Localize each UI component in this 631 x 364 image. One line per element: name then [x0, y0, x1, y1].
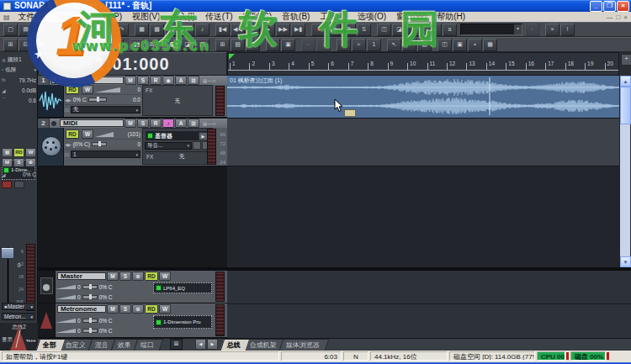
pan-slider[interactable]	[92, 142, 107, 146]
menu-transport[interactable]: 传送(T)	[200, 11, 238, 23]
collapse-tabs-button[interactable]: ⊠	[170, 339, 183, 350]
track-2-header[interactable]: 2 MIDI M S R ♪ A ⊞ ▤ — □	[38, 119, 227, 128]
tab-scroll-right-button[interactable]: ▶	[207, 339, 218, 350]
freeze-button[interactable]: ⊞	[188, 119, 199, 128]
write-button[interactable]: W	[82, 85, 93, 94]
pattern-button[interactable]: ⊞	[145, 39, 159, 51]
views-piano-roll-button[interactable]: ▨	[165, 24, 179, 36]
erase-tool-button[interactable]: ▨	[417, 39, 432, 51]
marker-combo[interactable]: ▾	[460, 24, 522, 35]
normal-view-button[interactable]: 1	[367, 39, 381, 51]
record-arm-button[interactable]: R	[150, 76, 162, 85]
show-control[interactable]: 显示 ▾▸▸▸	[2, 335, 36, 344]
views-event-list-button[interactable]: ≡	[180, 24, 194, 36]
eq-q-value[interactable]: ⌒ 0.6	[2, 96, 36, 104]
read-automation-button[interactable]: RD	[13, 148, 24, 156]
record-arm-button[interactable]: R	[150, 119, 162, 128]
write-button[interactable]: W	[82, 129, 93, 139]
console-tab-4[interactable]: 端口	[134, 339, 164, 351]
mute-button[interactable]: M	[125, 76, 136, 85]
group-button[interactable]: ▫	[301, 39, 316, 51]
metronome-button[interactable]: △	[49, 39, 63, 51]
zoom-in-timeline-button[interactable]: +	[621, 54, 631, 66]
bus-name-field[interactable]: Master	[57, 272, 106, 280]
automation-button[interactable]: A	[175, 76, 187, 85]
eq-gain-value[interactable]: ◢ 0.0dB	[2, 86, 36, 94]
pan-slider[interactable]	[82, 319, 98, 323]
views-staff-button[interactable]: ♪	[195, 24, 209, 36]
step-record-button[interactable]: B	[342, 24, 356, 36]
mini-minimize-icon[interactable]: —	[208, 121, 212, 126]
mini-minimize-icon[interactable]: —	[208, 78, 212, 83]
read-button[interactable]: RD	[145, 304, 158, 314]
sync-button[interactable]: S	[357, 24, 371, 36]
mute-button[interactable]: M	[125, 119, 136, 128]
scroll-down-icon[interactable]: ▼	[620, 256, 631, 267]
track-synth-bin[interactable]: 基音器 ▶ 导音... ▾ FX 无	[142, 128, 213, 165]
bus-name-field[interactable]: Metronome	[57, 305, 106, 313]
automation-write-button[interactable]: ◪	[109, 39, 124, 51]
solo-button[interactable]: S	[137, 76, 149, 85]
timeline-ruler[interactable]: 123456789101112131415161718192021	[227, 52, 619, 76]
input-monitor-box[interactable]	[14, 181, 24, 188]
solo-button[interactable]: S	[119, 272, 131, 281]
write-button[interactable]: W	[159, 272, 171, 281]
menu-edit[interactable]: 编辑(E)	[50, 11, 88, 23]
mini-restore-icon[interactable]: ▤	[203, 78, 207, 83]
mini-restore-icon[interactable]: ▤	[203, 121, 207, 126]
draw-tool-button[interactable]: ✎	[402, 39, 416, 51]
restore-button[interactable]: ❐	[603, 1, 616, 12]
views-console-button[interactable]: ▩	[150, 24, 164, 36]
views-track-button[interactable]: ▦	[135, 24, 149, 36]
child-restore-button[interactable]: □	[616, 13, 620, 21]
pan-slider[interactable]	[82, 329, 98, 333]
bank-prev-button[interactable]	[193, 141, 201, 150]
eq-band-select[interactable]: ≋ 频段1 ▾	[2, 55, 36, 64]
console-tab-0[interactable]: 全部	[36, 339, 66, 351]
fit-tracks-button[interactable]: ▤	[246, 39, 260, 51]
vertical-scrollbar[interactable]: ▲ ▼	[619, 76, 630, 267]
output-primary-select[interactable]: ● Master ▾	[2, 303, 35, 310]
volume-slider[interactable]	[56, 329, 76, 333]
output-secondary-select[interactable]: Metron... ▾	[2, 313, 35, 320]
menu-options[interactable]: 选项(O)	[353, 11, 391, 23]
record-indicator[interactable]	[2, 181, 12, 188]
clip-view-options-button[interactable]: ◪▾	[180, 39, 194, 51]
redo-button[interactable]: ↷	[114, 24, 129, 36]
solo-button[interactable]: S	[137, 119, 149, 128]
ungroup-button[interactable]: ▫	[316, 39, 331, 51]
bus-metronome[interactable]: Metronome M S ⊕ RD W 0 0% C 0 0% C	[38, 303, 227, 338]
track-name-field[interactable]: Audio	[51, 76, 124, 84]
clips-pane[interactable]: 01 枫桥夜泊江南 (1)	[227, 76, 619, 267]
inspector-pan[interactable]: ◢ 0% C	[2, 170, 36, 178]
track-number[interactable]: 1	[38, 76, 50, 85]
input-echo-button[interactable]: ◉	[162, 76, 174, 85]
link-button[interactable]: ⊕	[25, 158, 36, 166]
menu-insert[interactable]: 插入(I)	[165, 11, 199, 23]
solo-button[interactable]: S	[119, 304, 131, 314]
plugin-enabled-led[interactable]	[156, 319, 162, 325]
lane-view-button[interactable]: ▥▾	[195, 39, 209, 51]
loop-set-button[interactable]: ◪	[392, 24, 406, 36]
fader-thumb[interactable]	[1, 247, 14, 259]
fast-forward-button[interactable]: ▶▶	[276, 24, 290, 36]
undo-button[interactable]: ↶	[99, 24, 114, 36]
eq-type-select[interactable]: ▫ 低限 ▾	[2, 66, 36, 74]
automation-read-button[interactable]: ◩	[94, 39, 109, 51]
layer-button[interactable]: ≈	[352, 39, 366, 51]
zoom-tool-button[interactable]: ▣	[453, 39, 467, 51]
open-file-button[interactable]: ▤	[19, 24, 33, 36]
input-select[interactable]: 无 ▾	[71, 106, 141, 113]
menu-process[interactable]: 处理(P)	[89, 11, 127, 23]
volume-slider[interactable]	[56, 319, 76, 323]
pause-button[interactable]: ▮▮	[130, 39, 144, 51]
track-fx-bin[interactable]: FX 无	[142, 85, 213, 116]
child-window-icon[interactable]: ▤	[0, 13, 13, 21]
link-button[interactable]: ⊕	[132, 272, 144, 281]
audio-snap-button[interactable]: ⊠	[34, 39, 48, 51]
write-button[interactable]: W	[159, 304, 171, 314]
pan-slider[interactable]	[82, 285, 98, 289]
pan-slider[interactable]	[88, 98, 107, 102]
volume-slider[interactable]	[56, 285, 76, 289]
mute-button[interactable]: M	[2, 158, 13, 166]
